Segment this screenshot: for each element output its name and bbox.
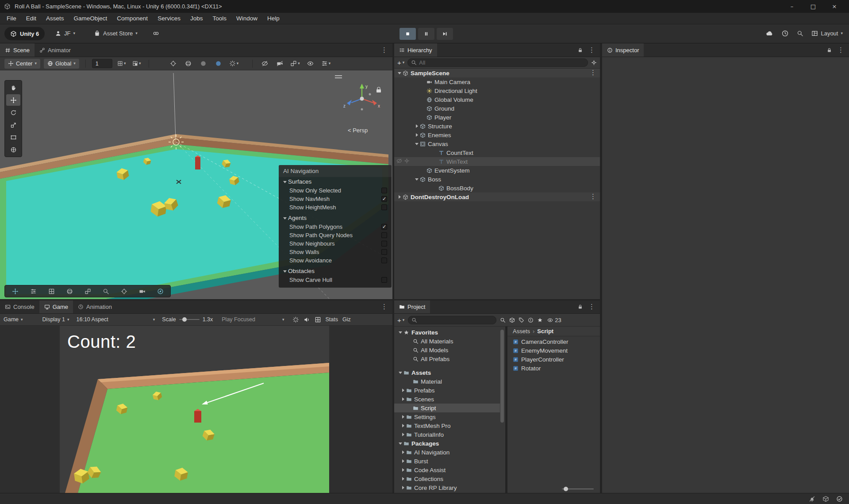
checkbox[interactable]: ✓ <box>381 204 387 210</box>
asset-enemy-movement[interactable]: EnemyMovement <box>507 346 600 355</box>
horizontal-splitter-left[interactable] <box>0 299 392 300</box>
camera-settings-dropdown[interactable]: ▾ <box>320 59 332 69</box>
tab-game[interactable]: Game <box>39 300 73 313</box>
checkbox[interactable]: ✓ <box>381 232 387 238</box>
grid-size-field[interactable]: 1 <box>92 59 112 68</box>
step-button[interactable] <box>437 28 453 40</box>
hierarchy-item-eventsystem[interactable]: EventSystem <box>394 166 600 175</box>
scale-tool-button[interactable] <box>6 119 20 131</box>
collab-button[interactable] <box>153 30 159 37</box>
invalid-results-icon[interactable] <box>528 317 534 323</box>
menu-file[interactable]: File <box>2 13 21 24</box>
picking-icon[interactable] <box>404 158 410 164</box>
menu-jobs[interactable]: Jobs <box>185 13 208 24</box>
obstacles-foldout[interactable]: Obstacles <box>279 266 392 276</box>
project-panel-menu-icon[interactable]: ⋮ <box>588 304 595 310</box>
foldout-arrow[interactable] <box>397 368 403 377</box>
menu-services[interactable]: Services <box>153 13 185 24</box>
search-icon[interactable] <box>797 30 803 37</box>
foldout-arrow[interactable] <box>397 439 403 448</box>
grid-visibility-dropdown[interactable]: ▾ <box>116 59 127 69</box>
game-viewport[interactable] <box>0 326 392 493</box>
scene-panel-menu-icon[interactable]: ⋮ <box>381 47 388 54</box>
lighting-toggle[interactable] <box>198 59 209 69</box>
menu-assets[interactable]: Assets <box>41 13 69 24</box>
tool-handle-position-dropdown[interactable]: Center ▾ <box>4 59 40 69</box>
project-search[interactable] <box>408 316 496 324</box>
project-item-ai-navigation[interactable]: AI Navigation <box>394 448 500 457</box>
lock-icon[interactable] <box>826 47 832 53</box>
menu-gameobject[interactable]: GameObject <box>69 13 112 24</box>
horizontal-splitter-middle[interactable] <box>394 299 600 300</box>
tool-handle-rotation-dropdown[interactable]: Global ▾ <box>44 59 79 69</box>
hierarchy-item-global-volume[interactable]: Global Volume <box>394 95 600 104</box>
project-item-textmesh-pro[interactable]: TextMesh Pro <box>394 421 500 430</box>
shading-mode-button[interactable] <box>183 59 194 69</box>
overlay-title[interactable]: AI Navigation <box>279 165 392 177</box>
effects-dropdown[interactable]: ▾ <box>228 59 240 69</box>
account-dropdown[interactable]: JF ▾ <box>55 30 75 37</box>
hierarchy-item-samplescene[interactable]: SampleScene ⋮ <box>394 69 600 77</box>
scene-visibility-toggle[interactable] <box>259 59 270 69</box>
foldout-arrow[interactable] <box>400 430 406 439</box>
game-target-dropdown[interactable]: Game▾ <box>4 316 23 323</box>
project-item-packages[interactable]: Packages <box>394 439 500 448</box>
project-item-all-materials[interactable]: All Materials <box>394 337 500 346</box>
asset-camera-controller[interactable]: CameraController <box>507 337 600 346</box>
project-item-all-models[interactable]: All Models <box>394 346 500 354</box>
project-item-favorites[interactable]: Favorites <box>394 328 500 337</box>
move-tool-button[interactable] <box>6 94 20 106</box>
breadcrumb-script[interactable]: Script <box>537 328 553 335</box>
hierarchy-item-enemies[interactable]: Enemies <box>394 131 600 139</box>
foldout-arrow[interactable] <box>400 386 406 395</box>
checkbox[interactable]: ✓ <box>381 196 387 202</box>
project-item-prefabs[interactable]: Prefabs <box>394 386 500 395</box>
project-item-assets[interactable]: Assets <box>394 368 500 377</box>
camera-cull-toggle[interactable] <box>274 59 285 69</box>
project-item-burst[interactable]: Burst <box>394 457 500 466</box>
foldout-arrow[interactable] <box>413 139 420 148</box>
surfaces-foldout[interactable]: Surfaces <box>279 177 392 186</box>
hierarchy-item-canvas[interactable]: Canvas <box>394 139 600 148</box>
unity-version-chip[interactable]: Unity 6 <box>4 27 45 40</box>
tab-project[interactable]: Project <box>394 300 430 313</box>
foldout-arrow[interactable] <box>397 328 403 337</box>
project-item-script[interactable]: Script <box>394 404 500 412</box>
component-filter-dropdown[interactable]: ▾ <box>289 59 301 69</box>
project-item-collections[interactable]: Collections <box>394 474 500 483</box>
ai-navigation-overlay[interactable]: AI Navigation Surfaces Show Only Selecte… <box>279 165 392 288</box>
layout-dropdown[interactable]: Layout ▾ <box>811 30 843 37</box>
play-focused-dropdown[interactable]: Play Focused▾ <box>222 316 284 323</box>
foldout-arrow[interactable] <box>400 395 406 404</box>
mute-audio-icon[interactable] <box>303 316 310 323</box>
create-object-dropdown[interactable]: +▾ <box>397 59 404 66</box>
asset-store-dropdown[interactable]: Asset Store ▾ <box>94 30 138 37</box>
hierarchy-item-counttext[interactable]: CountText <box>394 148 600 157</box>
tab-animator[interactable]: Animator <box>35 43 76 57</box>
draw-mode-button[interactable] <box>168 59 179 69</box>
search-overlay-button[interactable] <box>97 286 114 296</box>
blocks-overlay-button[interactable] <box>79 286 96 296</box>
foldout-arrow[interactable] <box>400 483 406 492</box>
foldout-arrow[interactable] <box>396 192 403 201</box>
scale-slider[interactable] <box>179 319 200 320</box>
close-button[interactable]: × <box>824 0 845 13</box>
navigation-overlay-button[interactable] <box>152 286 169 296</box>
sphere-overlay-button[interactable] <box>61 286 78 296</box>
agents-foldout[interactable]: Agents <box>279 213 392 223</box>
scene-options-icon[interactable]: ⋮ <box>590 193 596 200</box>
open-search-window-icon[interactable] <box>500 317 506 323</box>
cloud-icon[interactable] <box>766 30 773 37</box>
menu-tools[interactable]: Tools <box>207 13 231 24</box>
display-dropdown[interactable]: Display 1▾ <box>42 316 69 323</box>
hierarchy-panel-menu-icon[interactable]: ⋮ <box>588 47 595 54</box>
scene-options-icon[interactable]: ⋮ <box>590 69 596 76</box>
foldout-arrow[interactable] <box>400 466 406 474</box>
cache-ok-icon[interactable] <box>836 496 843 502</box>
scrollbar-thumb[interactable] <box>500 330 504 423</box>
menu-window[interactable]: Window <box>231 13 262 24</box>
package-manager-icon[interactable] <box>822 496 829 502</box>
grid-snap-dropdown[interactable]: ▾ <box>131 59 142 69</box>
hierarchy-item-directional-light[interactable]: Directional Light <box>394 86 600 95</box>
projection-label[interactable]: < Persp <box>348 127 368 134</box>
